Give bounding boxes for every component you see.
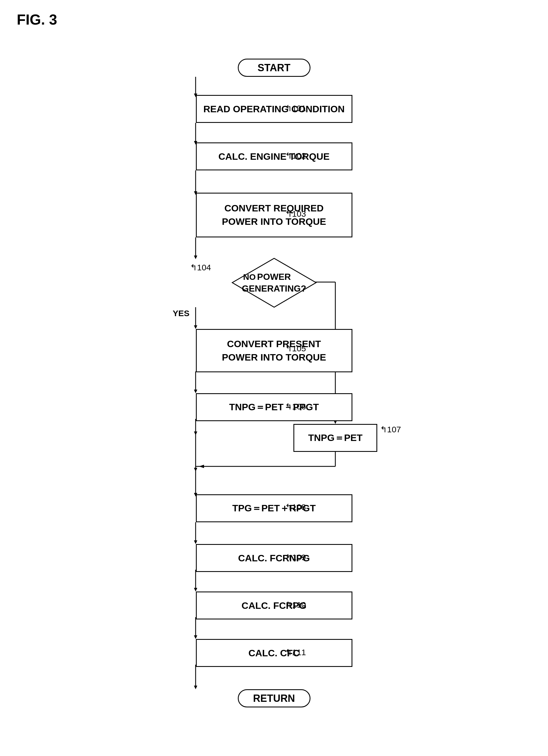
calc-engine-torque-box: CALC. ENGINE TORQUE <box>196 142 353 170</box>
svg-marker-26 <box>194 540 197 544</box>
tnpg-pet-ppgt-box: TNPG＝PET－PPGT <box>196 393 353 421</box>
svg-marker-18 <box>194 431 197 435</box>
ref-110: ↰110 <box>285 600 306 610</box>
ref-109: ↰109 <box>285 552 306 562</box>
svg-marker-7 <box>194 256 197 259</box>
ref-108: ↰108 <box>285 502 306 512</box>
ref-111: ↰111 <box>285 647 306 657</box>
calc-cfc-box: CALC. CFC <box>196 639 353 667</box>
svg-marker-9 <box>194 325 197 329</box>
start-terminal: START <box>238 59 311 77</box>
calc-fcrnpg-box: CALC. FCRNPG <box>196 544 353 572</box>
svg-marker-11 <box>194 390 197 393</box>
ref-107: ↰107 <box>380 424 401 434</box>
ref-104: ↰104 <box>190 263 211 272</box>
svg-marker-32 <box>194 686 197 689</box>
convert-required-power-box: CONVERT REQUIRED POWER INTO TORQUE <box>196 193 353 237</box>
svg-marker-22 <box>199 465 204 468</box>
svg-marker-21 <box>194 468 197 471</box>
ref-105: ↰105 <box>285 344 306 353</box>
tpg-pet-rpgt-box: TPG＝PET＋RPGT <box>196 494 353 522</box>
ref-102: ↰102 <box>285 151 306 161</box>
tnpg-pet-box: TNPG＝PET <box>294 424 377 452</box>
ref-101: ↰101 <box>285 103 306 113</box>
svg-marker-30 <box>194 635 197 639</box>
yes-label: YES <box>173 309 189 318</box>
svg-marker-28 <box>194 588 197 592</box>
convert-present-power-box: CONVERT PRESENT POWER INTO TORQUE <box>196 329 353 372</box>
power-generating-diamond: POWERGENERATING? <box>231 257 318 309</box>
ref-103: ↰103 <box>285 209 306 219</box>
read-operating-condition-box: READ OPERATING CONDITION <box>196 95 353 123</box>
return-terminal: RETURN <box>238 689 311 707</box>
page-title: FIG. 3 <box>17 11 57 28</box>
ref-106: ↰106 <box>285 402 306 411</box>
no-label: NO <box>243 272 256 282</box>
calc-fcrpg-box: CALC. FCRPG <box>196 592 353 619</box>
